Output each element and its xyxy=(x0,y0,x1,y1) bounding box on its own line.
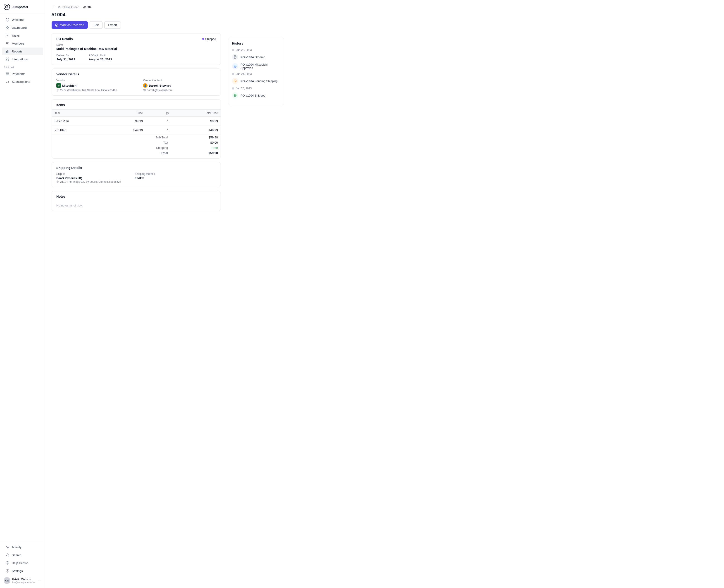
sidebar-item-activity[interactable]: Activity xyxy=(2,543,43,551)
col-qty: Qty xyxy=(145,110,171,117)
svg-rect-11 xyxy=(8,50,9,53)
col-item: Item xyxy=(52,110,105,117)
vendor-name-row: M Mitsubishi xyxy=(56,83,129,88)
svg-point-7 xyxy=(6,42,8,43)
items-title: Items xyxy=(52,100,221,109)
sidebar-item-payments[interactable]: Payments xyxy=(2,70,43,78)
user-name: Kristin Watson xyxy=(12,578,37,581)
sidebar-item-settings[interactable]: Settings xyxy=(2,567,43,575)
sidebar-label-reports: Reports xyxy=(12,50,22,53)
po-details-body: Name Multi Packages of Machine Raw Mater… xyxy=(52,43,221,65)
breadcrumb-parent[interactable]: Purchase Order xyxy=(58,5,79,9)
po-details-header: PO Details Shipped xyxy=(52,34,221,43)
breadcrumb-current: #1004 xyxy=(83,5,91,9)
edit-button[interactable]: Edit xyxy=(89,21,103,29)
sidebar-bottom: Activity Search Help Centre Settings KW … xyxy=(0,541,45,588)
col-total-price: Total Price xyxy=(172,110,221,117)
integrations-icon xyxy=(5,57,9,61)
history-date-text: Jun 22, 2023 xyxy=(236,48,252,51)
sidebar-item-integrations[interactable]: Integrations xyxy=(2,56,43,63)
total-label: Total xyxy=(52,150,172,155)
breadcrumb-separator: › xyxy=(81,5,81,9)
sidebar-item-dashboard[interactable]: Dashboard xyxy=(2,24,43,31)
shipping-method-value: FedEx xyxy=(135,176,155,180)
sidebar-item-members[interactable]: Members xyxy=(2,40,43,47)
sidebar-item-search[interactable]: Search xyxy=(2,551,43,559)
user-info: Kristin Watson kw@saaspatterns.io xyxy=(12,578,37,584)
svg-point-1 xyxy=(6,18,9,21)
avatar: KW xyxy=(4,577,11,584)
svg-rect-15 xyxy=(6,73,9,75)
page-title: #1004 xyxy=(51,12,288,18)
history-event: PO #1004 Shipped xyxy=(232,92,280,99)
shipping-label: Shipping xyxy=(52,145,172,150)
history-card: History Jun 22, 2023 PO #1004 Ordered PO… xyxy=(228,38,284,105)
vendor-label: Vendor xyxy=(56,79,129,82)
mark-received-button[interactable]: Mark as Received xyxy=(51,21,88,29)
items-tbody: Basic Plan $9.99 1 $9.99 Pro Plan $49.99… xyxy=(52,117,221,135)
ship-to-label: Ship To xyxy=(56,172,121,175)
sidebar-item-subscriptions[interactable]: Subscriptions xyxy=(2,78,43,85)
deliver-by-value: July 31, 2023 xyxy=(56,58,75,61)
user-profile[interactable]: KW Kristin Watson kw@saaspatterns.io ··· xyxy=(0,575,45,586)
vendor-address: 2972 Westheimer Rd. Santa Ana, Illinois … xyxy=(56,89,129,92)
history-event-text: PO #1004 Shipped xyxy=(241,94,265,97)
settings-icon xyxy=(5,569,9,573)
sidebar-item-reports[interactable]: Reports xyxy=(2,47,43,55)
subscriptions-icon xyxy=(5,80,9,84)
sidebar-label-settings: Settings xyxy=(12,569,23,573)
shipping-details-header: Shipping Details xyxy=(52,162,221,172)
sidebar: Jumpstart Welcome Dashboard Tasks Mem xyxy=(0,0,45,588)
main-col: PO Details Shipped Name Multi Packages o… xyxy=(51,33,221,215)
export-button[interactable]: Export xyxy=(104,21,121,29)
sidebar-label-dashboard: Dashboard xyxy=(12,26,27,29)
contact-label: Vendor Contact xyxy=(143,79,216,82)
items-card: Items Item Price Qty Total Price Basic xyxy=(51,99,221,159)
vendor-row: Vendor M Mitsubishi 2972 Westheimer Rd. … xyxy=(56,79,216,92)
svg-point-25 xyxy=(234,65,236,68)
history-date: Jun 22, 2023 xyxy=(232,48,280,51)
po-meta-row: Deliver By July 31, 2023 PO Valid Until … xyxy=(56,54,216,61)
deliver-by-label: Deliver By xyxy=(56,54,75,57)
contact-col: Vendor Contact 👤 Darrell Steward darrell… xyxy=(143,79,216,92)
members-icon xyxy=(5,41,9,45)
history-event-icon xyxy=(232,92,238,99)
contact-email-row: darrell@steward.com xyxy=(143,89,216,92)
sidebar-label-members: Members xyxy=(12,42,24,45)
total-row: Total $59.98 xyxy=(52,150,221,155)
notes-title: Notes xyxy=(56,195,65,198)
vendor-name: Mitsubishi xyxy=(62,84,77,87)
col-price: Price xyxy=(105,110,145,117)
shipping-method-col: Shipping Method FedEx xyxy=(135,172,155,183)
payments-icon xyxy=(5,72,9,76)
sidebar-label-help: Help Centre xyxy=(12,561,28,565)
valid-until-value: August 20, 2023 xyxy=(89,58,112,61)
subtotal-label: Sub Total xyxy=(52,135,172,140)
vendor-details-body: Vendor M Mitsubishi 2972 Westheimer Rd. … xyxy=(52,79,221,96)
user-more-icon[interactable]: ··· xyxy=(39,579,41,583)
svg-rect-22 xyxy=(143,89,145,91)
back-button[interactable]: ← xyxy=(51,4,56,9)
tax-row: Tax $0.00 xyxy=(52,140,221,145)
svg-point-23 xyxy=(58,181,58,182)
item-qty: 1 xyxy=(145,126,171,135)
item-total: $49.99 xyxy=(172,126,221,135)
tasks-icon xyxy=(5,34,9,38)
history-list: Jun 22, 2023 PO #1004 Ordered PO #1004 M… xyxy=(232,48,280,99)
status-badge: Shipped xyxy=(202,37,216,41)
sidebar-item-help[interactable]: Help Centre xyxy=(2,559,43,567)
total-value: $59.98 xyxy=(172,150,221,155)
action-bar: Mark as Received Edit Export xyxy=(51,21,288,29)
svg-rect-9 xyxy=(6,51,6,53)
items-table-header: Item Price Qty Total Price xyxy=(52,110,221,117)
history-title: History xyxy=(232,42,280,45)
sidebar-label-search: Search xyxy=(12,553,21,557)
breadcrumb: ← Purchase Order › #1004 xyxy=(51,4,288,9)
sidebar-item-welcome[interactable]: Welcome xyxy=(2,16,43,23)
item-price: $9.99 xyxy=(105,117,145,126)
svg-rect-10 xyxy=(7,51,8,53)
history-event-icon xyxy=(232,54,238,60)
shipping-row: Ship To SaaS Patterns HQ 2118 Thornridge… xyxy=(56,172,216,183)
sidebar-item-tasks[interactable]: Tasks xyxy=(2,31,43,39)
svg-point-16 xyxy=(6,554,8,556)
